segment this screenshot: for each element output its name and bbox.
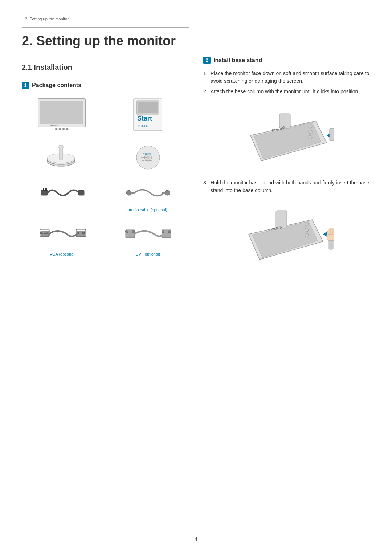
step1-label: 1 Package contents — [22, 81, 189, 90]
svg-point-51 — [131, 233, 131, 233]
svg-point-47 — [125, 231, 128, 233]
svg-point-37 — [44, 232, 45, 232]
svg-text:PHILIPS: PHILIPS — [50, 124, 58, 126]
breadcrumb: 2. Setting up the monitor — [22, 15, 72, 23]
package-item-vga: VGA (optional) — [22, 219, 103, 260]
svg-point-50 — [129, 233, 130, 233]
page-number: 4 — [195, 535, 197, 543]
svg-point-34 — [40, 232, 42, 234]
svg-point-28 — [126, 190, 131, 195]
audio-cable-label: Audio cable (optional) — [128, 207, 167, 213]
svg-point-54 — [131, 235, 131, 235]
svg-point-62 — [166, 235, 166, 235]
svg-point-58 — [164, 233, 165, 233]
vga-label: VGA (optional) — [50, 251, 76, 257]
svg-rect-31 — [162, 192, 165, 194]
svg-point-61 — [164, 235, 165, 235]
svg-point-68 — [309, 125, 312, 128]
svg-text:Monitor: Monitor — [141, 156, 147, 159]
svg-point-40 — [44, 233, 45, 234]
main-content: 2. Setting up the monitor 2.1 Installati… — [22, 27, 370, 281]
svg-point-41 — [45, 233, 46, 234]
package-item-power-cable — [22, 178, 103, 215]
package-item-quickstart: Start Quick PHILIPS — [107, 95, 189, 134]
svg-rect-72 — [330, 128, 334, 141]
quickstart-illustration: Start Quick PHILIPS — [109, 97, 187, 131]
install-illustration-2: PHILIPS — [203, 201, 370, 274]
svg-point-56 — [162, 231, 164, 233]
package-item-audio-cable: Audio cable (optional) — [107, 178, 189, 215]
svg-rect-24 — [41, 190, 48, 195]
svg-point-53 — [129, 235, 130, 235]
step2-badge: 2 — [203, 57, 211, 64]
svg-point-78 — [305, 228, 309, 232]
svg-point-35 — [46, 232, 48, 234]
package-item-cd: PHILIPS Monitor user's manual — [107, 137, 189, 174]
step2-instructions-cont: Hold the monitor base stand with both ha… — [203, 179, 370, 194]
right-column: 2 Install base stand Place the monitor f… — [203, 27, 370, 281]
left-column: 2. Setting up the monitor 2.1 Installati… — [22, 27, 189, 281]
step2-instruction-1: Place the monitor face down on soft and … — [203, 70, 370, 85]
step2-instruction-3: Hold the monitor base stand with both ha… — [203, 179, 370, 194]
package-item-dvi: DVI (optional) — [107, 219, 189, 260]
svg-point-4 — [62, 128, 65, 130]
svg-point-2 — [55, 128, 58, 130]
dvi-label: DVI (optional) — [136, 251, 160, 257]
svg-point-45 — [82, 232, 85, 234]
svg-point-63 — [167, 235, 168, 235]
svg-text:PHILIPS: PHILIPS — [138, 125, 148, 127]
step2-instruction-2: Attach the base column with the monitor … — [203, 88, 370, 95]
svg-point-60 — [167, 233, 168, 233]
svg-rect-26 — [45, 188, 47, 191]
svg-point-48 — [132, 231, 134, 233]
svg-text:Quick: Quick — [137, 114, 144, 117]
svg-point-44 — [77, 232, 79, 234]
svg-point-49 — [128, 233, 128, 233]
audio-cable-illustration — [109, 180, 187, 205]
svg-point-52 — [128, 235, 128, 235]
svg-point-3 — [58, 128, 61, 130]
svg-point-5 — [66, 128, 69, 130]
svg-text:user's manual: user's manual — [141, 159, 152, 162]
svg-rect-82 — [328, 229, 330, 235]
svg-point-57 — [168, 231, 171, 233]
svg-point-20 — [147, 156, 150, 159]
package-item-monitor: PHILIPS — [22, 95, 103, 134]
svg-rect-85 — [329, 240, 333, 249]
svg-point-38 — [45, 232, 46, 232]
install-illustration-1: PHILIPS — [203, 103, 370, 172]
svg-point-79 — [305, 233, 309, 237]
svg-point-69 — [309, 130, 312, 134]
base-illustration — [24, 139, 101, 168]
power-cable-illustration — [24, 180, 101, 205]
package-item-base — [22, 137, 103, 174]
svg-point-36 — [42, 232, 43, 232]
svg-point-30 — [165, 190, 170, 195]
svg-rect-84 — [332, 228, 334, 235]
monitor-illustration: PHILIPS — [24, 97, 101, 131]
chapter-title: 2. Setting up the monitor — [22, 27, 189, 51]
svg-rect-25 — [43, 188, 44, 191]
page: 2. Setting up the monitor 2. Setting up … — [0, 0, 392, 554]
cd-illustration: PHILIPS Monitor user's manual — [109, 139, 187, 172]
vga-cable-illustration — [24, 221, 101, 250]
svg-point-59 — [166, 233, 166, 233]
step2-label: 2 Install base stand — [203, 56, 370, 65]
step1-badge: 1 — [22, 82, 29, 89]
svg-point-39 — [42, 233, 43, 234]
dvi-cable-illustration — [109, 221, 187, 250]
svg-rect-83 — [330, 228, 332, 235]
svg-point-17 — [58, 145, 64, 148]
step2-instructions: Place the monitor face down on soft and … — [203, 70, 370, 95]
svg-rect-9 — [138, 102, 158, 113]
svg-point-77 — [305, 223, 309, 226]
svg-rect-1 — [40, 101, 83, 124]
svg-point-70 — [309, 135, 312, 139]
svg-text:PHILIPS: PHILIPS — [143, 153, 151, 155]
package-grid: PHILIPS Start — [22, 95, 189, 260]
svg-rect-16 — [59, 147, 63, 159]
svg-rect-27 — [78, 190, 84, 195]
section-heading: 2.1 Installation — [22, 62, 189, 75]
